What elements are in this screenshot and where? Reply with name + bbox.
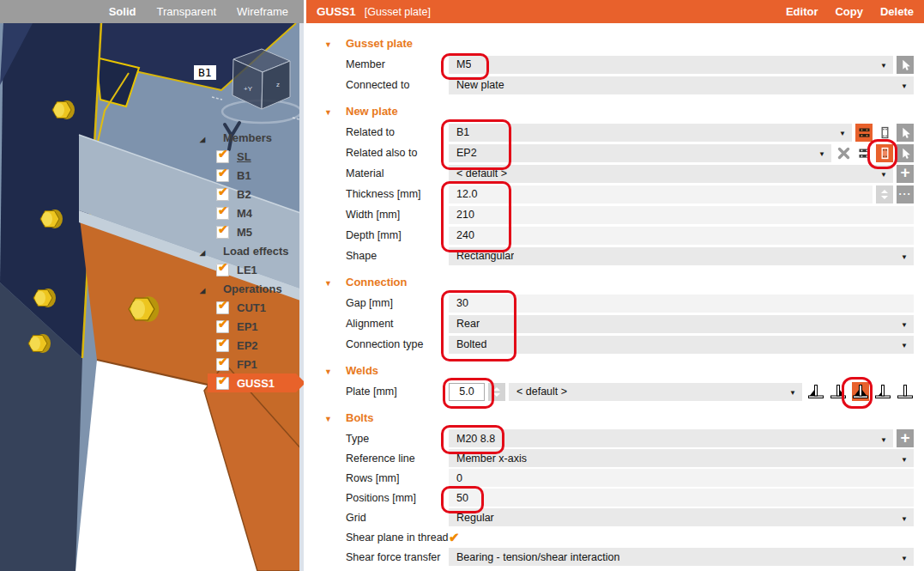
checkbox-checked-icon[interactable] (216, 264, 229, 276)
field-label: Related also to (346, 147, 449, 159)
property-panel: Gusset plate Member M5 Con (306, 23, 924, 571)
chevron-down-icon (901, 79, 908, 91)
weld-fillet-right-button[interactable] (830, 382, 847, 401)
thickness-stepper[interactable] (876, 185, 893, 203)
section-header-new-plate[interactable]: New plate (306, 100, 914, 122)
section-header-welds[interactable]: Welds (306, 359, 914, 381)
dropdown-value: M5 (456, 58, 471, 70)
chevron-down-icon (901, 453, 908, 465)
tree-item-guss1-selected[interactable]: GUSS1 (192, 374, 302, 392)
pick-related-button[interactable] (897, 124, 914, 142)
tree-item-ep1[interactable]: EP1 (192, 317, 302, 336)
relate-also-member-button[interactable] (855, 144, 873, 162)
thickness-more-button[interactable] (897, 185, 914, 203)
tree-item-le1[interactable]: LE1 (192, 260, 302, 279)
view-mode-wireframe[interactable]: Wireframe (237, 5, 288, 18)
weld-size-input[interactable]: 5.0 (449, 383, 485, 401)
related-to-dropdown[interactable]: B1 (449, 124, 852, 142)
tree-group-load-effects[interactable]: Load effects (192, 241, 302, 260)
rows-input[interactable]: 0 (449, 469, 914, 487)
chevron-down-icon (818, 147, 825, 159)
checkbox-checked-icon[interactable] (216, 188, 229, 201)
editor-button[interactable]: Editor (786, 5, 818, 18)
grid-dropdown[interactable]: Regular (449, 508, 914, 526)
collapse-triangle-icon (324, 274, 346, 289)
member-dropdown[interactable]: M5 (449, 56, 893, 74)
shape-dropdown[interactable]: Rectangular (449, 247, 914, 265)
weld-material-dropdown[interactable]: < default > (509, 383, 802, 401)
add-material-button[interactable] (897, 165, 914, 183)
depth-input[interactable]: 240 (449, 227, 914, 245)
checkbox-checked-icon[interactable] (216, 207, 229, 220)
expander-icon[interactable] (192, 245, 215, 258)
view-mode-transparent[interactable]: Transparent (156, 5, 216, 18)
clear-relation-button[interactable] (835, 144, 852, 162)
tree-item-cut1[interactable]: CUT1 (192, 298, 302, 317)
positions-input[interactable]: 50 (449, 489, 914, 507)
checkbox-checked-icon[interactable] (216, 358, 229, 371)
section-header-connection[interactable]: Connection (306, 270, 914, 293)
width-input[interactable]: 210 (449, 206, 914, 224)
view-mode-solid[interactable]: Solid (109, 5, 136, 18)
field-label: Plate [mm] (346, 386, 449, 398)
cube-front-label: +Y (244, 85, 253, 93)
copy-button[interactable]: Copy (835, 5, 863, 18)
tree-item-b2[interactable]: B2 (192, 185, 302, 203)
checkbox-checked-icon[interactable] (216, 377, 229, 390)
connected-to-dropdown[interactable]: New plate (449, 76, 914, 94)
tree-item-sl[interactable]: SL (192, 147, 302, 166)
pick-member-button[interactable] (897, 56, 914, 74)
tree-group-operations[interactable]: Operations (192, 279, 302, 298)
alignment-dropdown[interactable]: Rear (449, 315, 914, 333)
collapse-triangle-icon (324, 362, 346, 378)
weld-partial-button[interactable] (874, 382, 891, 401)
shear-force-dropdown[interactable]: Bearing - tension/shear interaction (449, 548, 914, 566)
tree-group-label: Members (223, 131, 272, 144)
section-header-gusset-plate[interactable]: Gusset plate (306, 32, 914, 54)
weld-butt-button[interactable] (897, 382, 914, 401)
row-grid: Grid Regular (306, 507, 914, 527)
x-icon (837, 147, 850, 160)
tree-item-fp1[interactable]: FP1 (192, 355, 302, 374)
tree-item-b1[interactable]: B1 (192, 166, 302, 185)
3d-viewport[interactable]: +Y z B1 Members SL (0, 23, 304, 571)
connection-type-dropdown[interactable]: Bolted (449, 336, 914, 354)
expander-icon[interactable] (192, 131, 215, 144)
checkbox-checked-icon[interactable] (216, 339, 229, 352)
collapse-triangle-icon (324, 35, 346, 51)
checkbox-checked-icon[interactable] (216, 301, 229, 314)
delete-button[interactable]: Delete (880, 5, 914, 18)
checkbox-checked-icon[interactable] (216, 150, 229, 163)
operation-title: GUSS1 (317, 5, 356, 18)
field-label: Reference line (346, 453, 449, 465)
reference-line-dropdown[interactable]: Member x-axis (449, 449, 914, 467)
chevron-down-icon (880, 167, 887, 179)
relate-also-plate-button-selected[interactable] (876, 144, 893, 162)
relate-to-member-button-selected[interactable] (855, 124, 873, 142)
relate-to-plate-button[interactable] (876, 124, 893, 142)
material-dropdown[interactable]: < default > (449, 165, 893, 183)
weld-fillet-left-button[interactable] (807, 382, 824, 401)
checkbox-checked-icon[interactable] (216, 320, 229, 333)
add-bolt-type-button[interactable] (897, 429, 914, 447)
tree-item-m4[interactable]: M4 (192, 203, 302, 222)
tree-item-m5[interactable]: M5 (192, 222, 302, 241)
weld-fillet-both-button-selected[interactable] (852, 382, 869, 401)
row-related-also-to: Related also to EP2 (306, 143, 914, 163)
thickness-input[interactable]: 12.0 (449, 185, 873, 203)
checkbox-checked-icon[interactable] (216, 226, 229, 239)
checkbox-checked-icon[interactable] (216, 169, 229, 182)
chevron-down-icon (901, 338, 908, 350)
shear-plane-checkbox-checked[interactable] (449, 529, 466, 546)
tree-group-members[interactable]: Members (192, 128, 302, 147)
section-header-bolts[interactable]: Bolts (306, 406, 914, 428)
pick-related-also-button[interactable] (897, 144, 914, 162)
related-also-to-dropdown[interactable]: EP2 (449, 144, 831, 162)
tree-item-ep2[interactable]: EP2 (192, 336, 302, 355)
row-depth: Depth [mm] 240 (306, 225, 914, 246)
expander-icon[interactable] (192, 282, 215, 295)
weld-size-stepper[interactable] (488, 383, 505, 401)
bolt-type-dropdown[interactable]: M20 8.8 (449, 429, 893, 447)
gap-input[interactable]: 30 (449, 295, 914, 313)
row-gap: Gap [mm] 30 (306, 293, 914, 313)
